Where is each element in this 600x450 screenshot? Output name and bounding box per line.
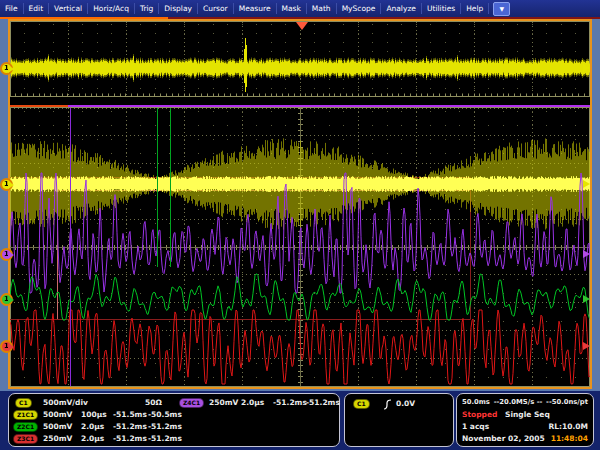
rising-edge-icon [383, 399, 392, 410]
menu-item-mask[interactable]: Mask [277, 3, 307, 14]
menu-item-math[interactable]: Math [307, 3, 337, 14]
z1c1-end: -50.5ms [148, 410, 182, 419]
z1c1-time: 100µs [81, 410, 107, 419]
oscilloscope-screen: { "menu": { "items": ["File","Edit","Ver… [0, 0, 600, 450]
c1-scale: 500mV/div [43, 398, 88, 407]
menu-items: FileEditVerticalHoriz/AcqTrigDisplayCurs… [0, 3, 489, 14]
acq-time: 11:48:04 [551, 434, 588, 443]
z2c1-end: -51.2ms [148, 422, 182, 431]
channel-marker[interactable]: 1 [0, 293, 13, 306]
channel-badge-c1[interactable]: C1 [15, 398, 32, 408]
z3c1-scale: 250mV [43, 434, 72, 443]
z2c1-scale: 500mV [43, 422, 72, 431]
z3c1-time: 2.0µs [81, 434, 104, 443]
channel-marker[interactable]: 1 [0, 248, 13, 261]
menu-item-file[interactable]: File [0, 3, 24, 14]
channel-badge-z2c1[interactable]: Z2C1 [13, 422, 38, 432]
channel-marker[interactable]: 1 [0, 178, 13, 191]
waveform-canvas [10, 21, 590, 387]
menu-item-horiz-acq[interactable]: Horiz/Acq [88, 3, 135, 14]
acquisition-readout-box: 50.0ms --20.0MS/s -- --50.0ns/pt Stopped… [456, 393, 594, 447]
menu-item-display[interactable]: Display [159, 3, 198, 14]
z4c1-end: -51.2ms [306, 398, 340, 407]
menu-item-measure[interactable]: Measure [234, 3, 277, 14]
menu-item-analyze[interactable]: Analyze [381, 3, 422, 14]
menu-item-utilities[interactable]: Utilities [422, 3, 461, 14]
menu-bar: FileEditVerticalHoriz/AcqTrigDisplayCurs… [0, 0, 600, 17]
z4c1-scale: 250mV [209, 398, 238, 407]
menu-item-myscope[interactable]: MyScope [337, 3, 382, 14]
menu-item-trig[interactable]: Trig [135, 3, 159, 14]
menu-item-vertical[interactable]: Vertical [49, 3, 88, 14]
acq-date: November 02, 2005 [462, 434, 545, 443]
channel-badge-z4c1[interactable]: Z4C1 [179, 398, 204, 408]
trace-end-arrow [583, 180, 594, 188]
readout-panel: C1 500mV/div 50Ω Z4C1 250mV 2.0µs -51.2m… [0, 391, 600, 450]
timebase: 50.0ms [462, 398, 490, 406]
sample-rate: --20.0MS/s -- [494, 398, 543, 406]
menu-overflow-button[interactable]: ▼ [493, 2, 510, 16]
z4c1-time: 2.0µs [241, 398, 264, 407]
z3c1-start: -51.2ms [113, 434, 147, 443]
trigger-readout-box: C1 0.0V [344, 393, 454, 447]
menu-item-help[interactable]: Help [461, 3, 489, 14]
z1c1-start: -51.5ms [113, 410, 147, 419]
menu-item-edit[interactable]: Edit [24, 3, 50, 14]
trace-end-arrow [583, 342, 594, 350]
z1c1-scale: 500mV [43, 410, 72, 419]
channel-marker[interactable]: 1 [0, 62, 13, 75]
resolution: --50.0ns/pt [546, 398, 588, 406]
c1-impedance: 50Ω [145, 398, 162, 407]
acq-count: 1 acqs [462, 422, 489, 431]
channel-badge-z1c1[interactable]: Z1C1 [13, 410, 38, 420]
channel-readout-box: C1 500mV/div 50Ω Z4C1 250mV 2.0µs -51.2m… [8, 393, 340, 447]
z4c1-start: -51.2ms [273, 398, 307, 407]
trigger-level: 0.0V [396, 399, 415, 408]
trace-end-arrow [583, 295, 594, 303]
record-length: RL:10.0M [548, 422, 588, 431]
z2c1-start: -51.2ms [113, 422, 147, 431]
trace-end-arrow [583, 250, 594, 258]
graticule-frame [8, 19, 592, 389]
z3c1-end: -51.2ms [148, 434, 182, 443]
z2c1-time: 2.0µs [81, 422, 104, 431]
acq-status: Stopped [462, 410, 497, 419]
trace-end-arrow [583, 64, 594, 72]
trigger-source-badge[interactable]: C1 [353, 399, 370, 409]
menu-item-cursor[interactable]: Cursor [198, 3, 234, 14]
acq-mode: Single Seq [505, 410, 550, 419]
channel-marker[interactable]: 1 [0, 340, 13, 353]
channel-badge-z3c1[interactable]: Z3C1 [13, 434, 38, 444]
